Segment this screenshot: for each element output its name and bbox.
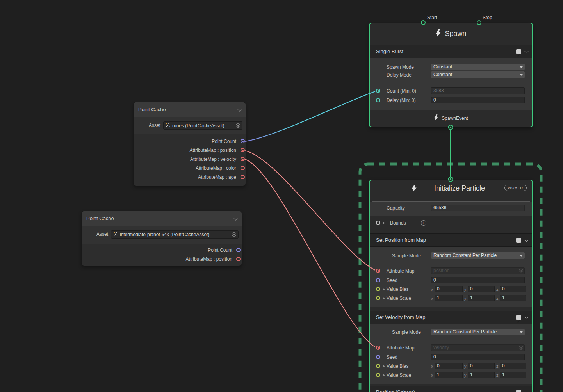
set-velocity-title: Set Velocity from Map: [376, 314, 425, 320]
delay-input-port[interactable]: [376, 98, 380, 102]
value-scale-y-field[interactable]: 1: [468, 372, 495, 378]
spawn-title-row[interactable]: Spawn: [370, 23, 532, 44]
local-space-toggle[interactable]: L: [421, 220, 426, 226]
delay-mode-dropdown[interactable]: Constant: [431, 71, 525, 78]
edge-position-map[interactable]: [245, 151, 375, 270]
attribute-map-ghost-value: position: [433, 268, 449, 273]
set-position-body: Sample Mode Random Constant Per Particle…: [370, 247, 532, 307]
chevron-down-icon[interactable]: [525, 390, 529, 392]
edge-point-count-to-count[interactable]: [245, 91, 375, 141]
value-bias-input-port[interactable]: [376, 364, 380, 368]
capacity-label: Capacity: [387, 205, 405, 212]
attrmap-position-output-port[interactable]: [241, 148, 245, 152]
count-input-port[interactable]: [376, 89, 380, 93]
set-position-block-header[interactable]: Set Position from Map: [370, 233, 532, 247]
attribute-map-input-port[interactable]: [376, 346, 380, 350]
foldout-arrow-icon[interactable]: [383, 365, 385, 368]
chevron-down-icon[interactable]: [238, 108, 242, 112]
point-cache-planet-node[interactable]: Point Cache Asset intermediate-planet-64…: [82, 211, 242, 266]
value-scale-input-port[interactable]: [376, 296, 380, 300]
seed-input-port[interactable]: [376, 278, 380, 282]
value-scale-input-port[interactable]: [376, 373, 380, 377]
seed-field[interactable]: 0: [431, 354, 525, 360]
value-scale-y-field[interactable]: 1: [468, 295, 495, 301]
seed-input-port[interactable]: [376, 355, 380, 359]
attribute-map-input-port[interactable]: [376, 269, 380, 273]
position-sphere-enabled-checkbox[interactable]: [516, 390, 521, 392]
single-burst-enabled-checkbox[interactable]: [516, 49, 521, 54]
chevron-down-icon[interactable]: [525, 238, 529, 242]
foldout-arrow-icon[interactable]: [383, 221, 385, 225]
edge-velocity-map[interactable]: [245, 159, 375, 347]
seed-field[interactable]: 0: [431, 277, 525, 283]
single-burst-block-header[interactable]: Single Burst: [370, 45, 532, 58]
chevron-down-icon[interactable]: [525, 50, 529, 53]
value-scale-x-field[interactable]: 1: [435, 295, 463, 301]
value-bias-z-field[interactable]: 0: [500, 286, 526, 292]
asset-row: Asset runes (PointCacheAsset): [134, 117, 246, 134]
sample-mode-dropdown[interactable]: Random Constant Per Particle: [431, 329, 525, 335]
position-sphere-block-header[interactable]: Position (Sphere): [370, 386, 532, 392]
set-velocity-block-header[interactable]: Set Velocity from Map: [370, 311, 532, 324]
attrmap-velocity-output-port[interactable]: [241, 157, 245, 161]
foldout-arrow-icon[interactable]: [383, 288, 385, 291]
flow-stop-label: Stop: [483, 14, 492, 21]
chevron-down-icon[interactable]: [525, 315, 529, 319]
object-picker-icon[interactable]: [232, 232, 236, 237]
sample-mode-dropdown[interactable]: Random Constant Per Particle: [431, 252, 525, 259]
chevron-down-icon[interactable]: [234, 217, 238, 221]
value-bias-z-field[interactable]: 0: [500, 363, 526, 369]
position-sphere-title: Position (Sphere): [376, 389, 415, 392]
attribute-map-field[interactable]: position: [431, 267, 525, 274]
point-count-output-port[interactable]: [241, 139, 245, 143]
value-scale-x-field[interactable]: 1: [435, 372, 463, 378]
asset-object-field[interactable]: intermediate-planet-64k (PointCacheAsset…: [111, 230, 239, 239]
set-position-title: Set Position from Map: [376, 237, 426, 243]
asset-object-field[interactable]: runes (PointCacheAsset): [163, 121, 242, 130]
foldout-arrow-icon[interactable]: [383, 374, 385, 377]
bounds-label: Bounds: [390, 219, 406, 226]
world-space-badge[interactable]: WORLD: [504, 185, 527, 191]
set-velocity-enabled-checkbox[interactable]: [516, 315, 521, 320]
point-cache-header[interactable]: Point Cache: [134, 102, 246, 117]
delay-field[interactable]: 0: [431, 97, 525, 103]
value-bias-input-port[interactable]: [376, 287, 380, 291]
axis-z-label: z: [496, 363, 499, 369]
axis-y-label: y: [464, 295, 467, 301]
bounds-input-port[interactable]: [376, 221, 380, 225]
object-picker-icon[interactable]: [519, 346, 523, 350]
spawn-mode-dropdown[interactable]: Constant: [431, 64, 525, 70]
sample-mode-label: Sample Mode: [392, 252, 421, 259]
value-bias-x-field[interactable]: 0: [435, 286, 463, 292]
axis-x-label: x: [431, 286, 433, 292]
foldout-arrow-icon[interactable]: [383, 297, 385, 300]
value-bias-x-field[interactable]: 0: [435, 363, 463, 369]
initialize-particle-node[interactable]: Initialize Particle WORLD Capacity 65536…: [369, 180, 533, 392]
count-field[interactable]: 3583: [431, 87, 525, 94]
capacity-field[interactable]: 65536: [431, 205, 525, 211]
object-picker-icon[interactable]: [236, 123, 240, 128]
set-position-enabled-checkbox[interactable]: [516, 238, 521, 243]
value-scale-z-field[interactable]: 1: [500, 372, 526, 378]
flow-start-port[interactable]: [421, 20, 426, 25]
flow-stop-port[interactable]: [477, 20, 481, 25]
attrmap-age-output-port[interactable]: [241, 175, 245, 179]
value-bias-y-field[interactable]: 0: [468, 363, 495, 369]
object-picker-icon[interactable]: [519, 269, 523, 273]
attrmap-position-output-label: AttributeMap : position: [140, 256, 232, 263]
spawn-node[interactable]: Start Stop Spawn Single Burst Spawn Mode…: [369, 23, 533, 127]
point-cache-asset-icon: [113, 232, 118, 237]
attribute-map-field[interactable]: velocity: [431, 344, 525, 351]
attribute-map-ghost-value: velocity: [433, 345, 449, 350]
value-bias-label: Value Bias: [387, 363, 408, 370]
point-count-output-port[interactable]: [236, 248, 241, 252]
axis-z-label: z: [496, 286, 499, 292]
value-bias-y-field[interactable]: 0: [468, 286, 495, 292]
point-cache-runes-node[interactable]: Point Cache Asset runes (PointCacheAsset…: [134, 102, 246, 186]
attrmap-color-output-port[interactable]: [241, 166, 245, 170]
value-scale-z-field[interactable]: 1: [500, 295, 526, 301]
point-cache-header[interactable]: Point Cache: [82, 211, 242, 226]
attribute-map-label: Attribute Map: [387, 267, 414, 274]
attrmap-position-output-port[interactable]: [236, 257, 241, 261]
asset-value: intermediate-planet-64k (PointCacheAsset…: [120, 232, 230, 237]
